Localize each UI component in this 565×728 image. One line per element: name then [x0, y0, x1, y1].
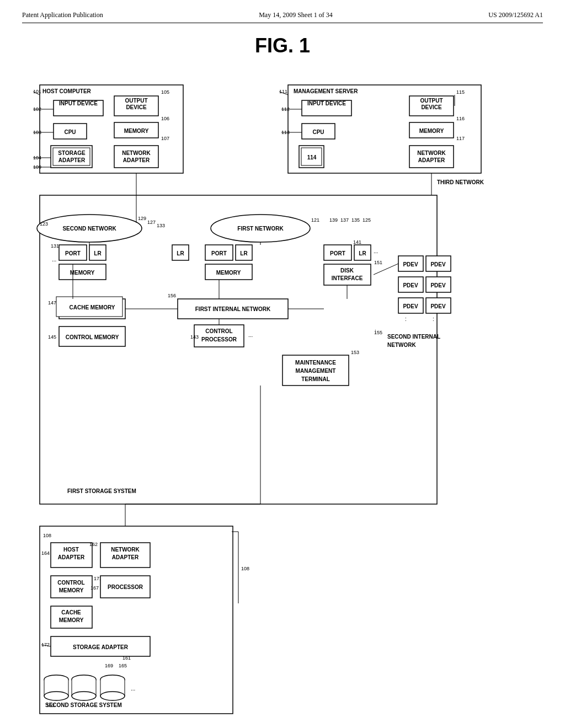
svg-text:PDEV: PDEV	[403, 303, 418, 309]
svg-text:156: 156	[168, 293, 176, 298]
svg-point-173	[44, 692, 68, 700]
svg-text:...: ...	[248, 332, 253, 338]
svg-text:...: ...	[131, 686, 135, 692]
svg-text:...: ...	[374, 248, 378, 254]
svg-text:DISK: DISK	[340, 267, 354, 274]
svg-text:SECOND STORAGE SYSTEM: SECOND STORAGE SYSTEM	[45, 702, 122, 708]
svg-text:LR: LR	[359, 250, 366, 256]
svg-text:164: 164	[41, 550, 50, 556]
svg-text:ADAPTER: ADAPTER	[123, 157, 150, 163]
svg-text:PDEV: PDEV	[403, 282, 418, 288]
svg-text:121: 121	[311, 217, 319, 223]
svg-rect-55	[409, 146, 454, 168]
svg-text:HOST COMPUTER: HOST COMPUTER	[42, 88, 92, 94]
svg-text:114: 114	[307, 154, 317, 160]
svg-text:CACHE MEMORY: CACHE MEMORY	[70, 304, 115, 311]
header-left: Patent Application Publication	[22, 11, 103, 19]
svg-text:131: 131	[51, 243, 59, 249]
svg-text:ADAPTER: ADAPTER	[112, 554, 139, 560]
svg-text:MEMORY: MEMORY	[419, 128, 444, 134]
svg-text:107: 107	[161, 136, 169, 141]
page-header: Patent Application Publication May 14, 2…	[22, 11, 543, 23]
svg-text:MANAGEMENT: MANAGEMENT	[296, 368, 336, 374]
svg-text:DEVICE: DEVICE	[126, 104, 147, 110]
svg-text:108: 108	[241, 566, 249, 571]
svg-text:CONTROL MEMORY: CONTROL MEMORY	[66, 334, 119, 340]
svg-text:PDEV: PDEV	[430, 303, 446, 309]
svg-text:MEMORY: MEMORY	[59, 617, 84, 623]
diagram-svg: text { font-family: Arial, sans-serif; f…	[23, 74, 542, 725]
svg-text:151: 151	[374, 260, 382, 265]
svg-text:HOST: HOST	[63, 547, 79, 553]
svg-point-178	[72, 692, 96, 700]
figure-title: FIG. 1	[22, 34, 543, 57]
svg-text:117: 117	[456, 136, 465, 141]
svg-text:123: 123	[40, 221, 48, 227]
svg-text:MEMORY: MEMORY	[124, 128, 149, 134]
svg-text:...: ...	[52, 256, 56, 263]
svg-text:DEVICE: DEVICE	[421, 104, 442, 110]
svg-text:STORAGE: STORAGE	[58, 150, 86, 156]
svg-text:NETWORK: NETWORK	[387, 342, 416, 348]
svg-text:INPUT DEVICE: INPUT DEVICE	[59, 100, 98, 106]
header-middle: May 14, 2009 Sheet 1 of 34	[259, 11, 333, 19]
svg-text:125: 125	[363, 217, 371, 223]
svg-text:STORAGE ADAPTER: STORAGE ADAPTER	[73, 644, 129, 650]
svg-text:CACHE: CACHE	[61, 609, 81, 615]
svg-text:106: 106	[161, 116, 169, 121]
page: Patent Application Publication May 14, 2…	[0, 0, 565, 728]
svg-text:169: 169	[105, 663, 113, 668]
svg-text:SECOND INTERNAL: SECOND INTERNAL	[387, 334, 440, 340]
svg-text:PROCESSOR: PROCESSOR	[108, 584, 143, 590]
svg-text:ADAPTER: ADAPTER	[58, 157, 86, 163]
svg-text:MANAGEMENT SERVER: MANAGEMENT SERVER	[294, 88, 358, 94]
svg-text:167: 167	[90, 585, 99, 591]
svg-text:NETWORK: NETWORK	[417, 150, 446, 156]
svg-text:PDEV: PDEV	[403, 261, 418, 267]
svg-text:139: 139	[329, 217, 338, 223]
svg-rect-26	[114, 146, 158, 168]
svg-text:133: 133	[157, 223, 165, 228]
svg-text:CPU: CPU	[64, 129, 76, 135]
svg-text:FIRST NETWORK: FIRST NETWORK	[237, 226, 284, 232]
svg-text:PROCESSOR: PROCESSOR	[201, 336, 237, 342]
svg-text:MEMORY: MEMORY	[59, 587, 84, 593]
svg-text:105: 105	[161, 89, 169, 95]
svg-text:162: 162	[89, 542, 98, 547]
svg-text:THIRD NETWORK: THIRD NETWORK	[437, 179, 484, 185]
svg-text:FIRST INTERNAL NETWORK: FIRST INTERNAL NETWORK	[195, 306, 271, 312]
svg-text:PORT: PORT	[330, 250, 345, 256]
svg-text:129: 129	[138, 216, 146, 221]
svg-text::: :	[405, 316, 407, 322]
svg-text:TERMINAL: TERMINAL	[301, 376, 330, 382]
svg-text:MEMORY: MEMORY	[70, 270, 95, 276]
svg-text:116: 116	[456, 116, 465, 121]
svg-text:127: 127	[147, 220, 156, 225]
svg-text:LR: LR	[94, 250, 102, 256]
svg-text:143: 143	[190, 334, 199, 340]
svg-text:111: 111	[279, 89, 287, 94]
svg-text:FIRST STORAGE SYSTEM: FIRST STORAGE SYSTEM	[67, 488, 136, 494]
svg-text:141: 141	[353, 239, 361, 245]
svg-text:PDEV: PDEV	[430, 261, 446, 267]
svg-text:CPU: CPU	[312, 129, 324, 135]
svg-text::: :	[433, 316, 434, 322]
svg-text:OUTPUT: OUTPUT	[420, 98, 443, 104]
svg-point-183	[100, 692, 125, 700]
svg-text:147: 147	[48, 300, 56, 306]
svg-text:135: 135	[351, 217, 360, 223]
svg-text:INTERFACE: INTERFACE	[332, 275, 363, 281]
svg-text:MEMORY: MEMORY	[216, 270, 241, 276]
svg-text:ADAPTER: ADAPTER	[418, 157, 445, 163]
svg-text:CONTROL: CONTROL	[57, 580, 84, 586]
svg-text:NETWORK: NETWORK	[111, 547, 140, 553]
svg-text:OUTPUT: OUTPUT	[125, 98, 147, 104]
diagram: text { font-family: Arial, sans-serif; f…	[23, 74, 542, 727]
svg-rect-152	[51, 576, 92, 598]
svg-text:115: 115	[456, 89, 465, 95]
svg-text:PORT: PORT	[211, 250, 227, 256]
svg-text:137: 137	[340, 217, 349, 223]
svg-text:LR: LR	[240, 250, 248, 256]
svg-text:161: 161	[122, 655, 131, 661]
svg-text:CONTROL: CONTROL	[205, 328, 232, 334]
